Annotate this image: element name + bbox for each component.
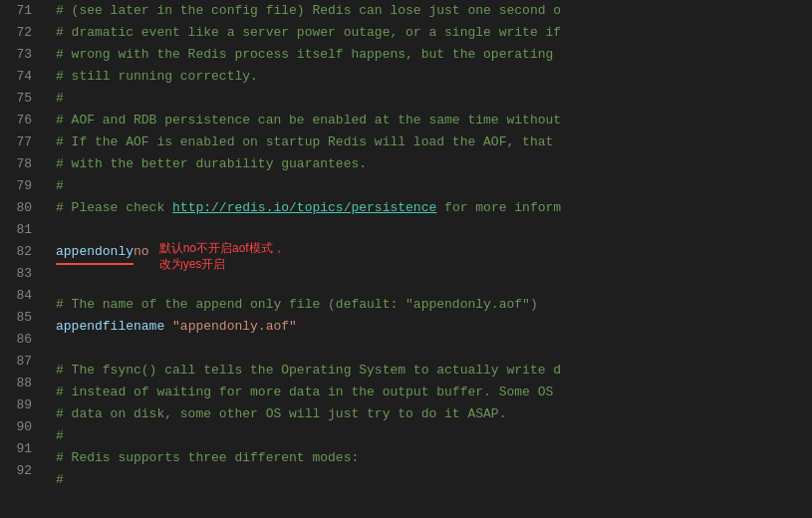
comment-text: # instead of waiting for more data in th… <box>56 385 553 399</box>
line-numbers: 7172737475767778798081828384858687888990… <box>0 0 40 518</box>
comment-suffix: for more inform <box>436 200 561 215</box>
line-number: 85 <box>8 307 32 329</box>
line-number: 84 <box>8 285 32 307</box>
line-number: 71 <box>8 0 32 22</box>
code-line: # <box>56 469 812 491</box>
comment-prefix: # Please check <box>56 200 172 215</box>
comment-text: # <box>56 91 64 106</box>
code-line: # wrong with the Redis process itself ha… <box>56 44 812 66</box>
code-line: # with the better durability guarantees. <box>56 153 812 175</box>
line-number: 79 <box>8 175 32 197</box>
code-line: # <box>56 88 812 110</box>
line-number: 88 <box>8 373 32 394</box>
code-line: # dramatic event like a server power out… <box>56 22 812 44</box>
comment-text: # (see later in the config file) Redis c… <box>56 3 561 18</box>
code-content[interactable]: # (see later in the config file) Redis c… <box>40 0 812 518</box>
code-line: # If the AOF is enabled on startup Redis… <box>56 131 812 153</box>
hyperlink[interactable]: http://redis.io/topics/persistence <box>172 200 436 215</box>
annotation-bubble: 默认no不开启aof模式，改为yes开启 <box>159 241 285 272</box>
line-number: 89 <box>8 394 32 416</box>
line-number: 73 <box>8 44 32 66</box>
code-line: appendfilename "appendonly.aof" <box>56 316 812 338</box>
comment-text: # <box>56 472 64 487</box>
comment-text: # Redis supports three different modes: <box>56 450 359 465</box>
config-value: "appendonly.aof" <box>172 319 297 334</box>
comment-text: # AOF and RDB persistence can be enabled… <box>56 113 561 128</box>
comment-text: # If the AOF is enabled on startup Redis… <box>56 134 553 149</box>
line-number: 72 <box>8 22 32 44</box>
code-line: # <box>56 175 812 197</box>
code-line: # The name of the append only file (defa… <box>56 294 812 316</box>
comment-text: # still running correctly. <box>56 69 258 84</box>
code-line: # The fsync() call tells the Operating S… <box>56 360 812 382</box>
line-number: 80 <box>8 197 32 219</box>
line-number: 75 <box>8 88 32 110</box>
editor-container: 7172737475767778798081828384858687888990… <box>0 0 812 518</box>
code-line: # Please check http://redis.io/topics/pe… <box>56 197 812 219</box>
line-number: 74 <box>8 66 32 88</box>
line-number: 87 <box>8 351 32 373</box>
line-number: 76 <box>8 110 32 131</box>
line-number: 86 <box>8 329 32 351</box>
comment-text: # with the better durability guarantees. <box>56 156 367 171</box>
code-line: # still running correctly. <box>56 66 812 88</box>
comment-text: # dramatic event like a server power out… <box>56 25 561 40</box>
comment-text: # The fsync() call tells the Operating S… <box>56 363 561 378</box>
code-line: appendonly no默认no不开启aof模式，改为yes开启 <box>56 241 812 272</box>
code-line: # AOF and RDB persistence can be enabled… <box>56 110 812 131</box>
code-line <box>56 219 812 241</box>
line-number: 81 <box>8 219 32 241</box>
line-number: 82 <box>8 241 32 263</box>
line-number: 92 <box>8 460 32 482</box>
code-line: # <box>56 425 812 447</box>
comment-text: # The name of the append only file (defa… <box>56 297 538 312</box>
code-line: # Redis supports three different modes: <box>56 447 812 469</box>
config-key: appendfilename <box>56 319 172 334</box>
code-line: # (see later in the config file) Redis c… <box>56 0 812 22</box>
comment-text: # data on disk, some other OS will just … <box>56 406 506 421</box>
line-number: 91 <box>8 438 32 460</box>
line-number: 78 <box>8 153 32 175</box>
config-key-annotated: appendonly <box>56 241 134 265</box>
line-number: 83 <box>8 263 32 285</box>
comment-text: # <box>56 428 64 443</box>
code-line <box>56 272 812 294</box>
code-line <box>56 338 812 360</box>
code-line: # instead of waiting for more data in th… <box>56 382 812 403</box>
line-number: 77 <box>8 131 32 153</box>
comment-text: # wrong with the Redis process itself ha… <box>56 47 553 62</box>
line-number: 90 <box>8 416 32 438</box>
code-line: # data on disk, some other OS will just … <box>56 403 812 425</box>
config-value-annotated: no <box>134 241 149 263</box>
comment-text: # <box>56 178 64 193</box>
